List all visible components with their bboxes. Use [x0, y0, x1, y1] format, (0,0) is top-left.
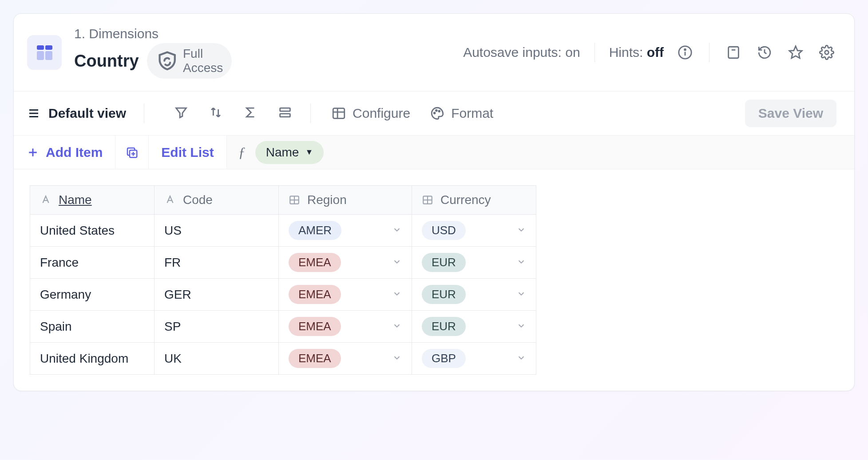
save-view-button[interactable]: Save View: [745, 100, 836, 127]
cell-name[interactable]: Germany: [30, 279, 155, 311]
cell-code[interactable]: GER: [155, 279, 279, 311]
svg-rect-10: [280, 108, 290, 111]
region-pill: EMEA: [289, 285, 341, 304]
formula-bar[interactable]: ƒ Name ▼: [227, 136, 854, 169]
cell-currency[interactable]: USD: [412, 215, 536, 247]
note-icon[interactable]: [724, 43, 743, 62]
titles: 1. Dimensions Country Full Access: [74, 26, 232, 79]
rows-icon[interactable]: [277, 105, 293, 122]
cell-name[interactable]: France: [30, 247, 155, 279]
svg-point-15: [434, 112, 435, 114]
page-title: Country: [74, 52, 139, 71]
chevron-down-icon[interactable]: [392, 224, 402, 238]
currency-pill: EUR: [422, 317, 466, 336]
access-label: Full Access: [183, 47, 223, 75]
cell-code[interactable]: FR: [155, 247, 279, 279]
chevron-down-icon[interactable]: [392, 320, 402, 334]
chevron-down-icon[interactable]: [516, 256, 526, 270]
column-header-region[interactable]: Region: [279, 186, 412, 215]
menu-icon: [27, 107, 40, 120]
header-right: Autosave inputs: on Hints: off: [463, 43, 836, 62]
sigma-icon[interactable]: [243, 105, 258, 122]
table-icon: [331, 106, 346, 121]
filter-icon[interactable]: [174, 105, 189, 122]
cell-code[interactable]: UK: [155, 343, 279, 375]
hints-status[interactable]: Hints: off: [609, 45, 664, 60]
plus-icon: [26, 146, 40, 159]
duplicate-plus-icon: [125, 146, 139, 159]
function-icon: ƒ: [238, 144, 246, 160]
currency-pill: USD: [422, 221, 466, 240]
chevron-down-icon[interactable]: [516, 320, 526, 334]
cell-region[interactable]: AMER: [279, 215, 412, 247]
format-button[interactable]: Format: [430, 106, 493, 121]
table-body: United StatesUSAMERUSDFranceFREMEAEURGer…: [30, 215, 536, 375]
app-icon: [27, 35, 62, 70]
chevron-down-icon[interactable]: [392, 288, 402, 302]
sort-icon[interactable]: [208, 105, 223, 122]
shield-sync-icon: [156, 49, 178, 72]
data-table: NameCodeRegionCurrency United StatesUSAM…: [30, 185, 536, 375]
chevron-down-icon[interactable]: [516, 352, 526, 366]
add-item-button[interactable]: Add Item: [14, 136, 115, 169]
region-pill: EMEA: [289, 349, 341, 368]
cell-name[interactable]: Spain: [30, 311, 155, 343]
table-row: SpainSPEMEAEUR: [30, 311, 536, 343]
column-header-name[interactable]: Name: [30, 186, 155, 215]
divider: [709, 43, 709, 62]
history-icon[interactable]: [755, 43, 774, 62]
svg-point-17: [439, 111, 440, 112]
chevron-down-icon[interactable]: [516, 224, 526, 238]
currency-pill: EUR: [422, 253, 466, 272]
cell-region[interactable]: EMEA: [279, 247, 412, 279]
cell-name[interactable]: United Kingdom: [30, 343, 155, 375]
cell-code[interactable]: US: [155, 215, 279, 247]
cell-currency[interactable]: EUR: [412, 311, 536, 343]
table-header-row: NameCodeRegionCurrency: [30, 186, 536, 215]
cell-currency[interactable]: EUR: [412, 247, 536, 279]
cell-region[interactable]: EMEA: [279, 311, 412, 343]
info-icon[interactable]: [675, 43, 695, 62]
cell-code[interactable]: SP: [155, 311, 279, 343]
column-header-code[interactable]: Code: [155, 186, 279, 215]
cell-region[interactable]: EMEA: [279, 343, 412, 375]
configure-button[interactable]: Configure: [331, 106, 410, 121]
divider: [310, 104, 311, 123]
divider: [144, 104, 144, 123]
chevron-down-icon[interactable]: [392, 352, 402, 366]
main-card: 1. Dimensions Country Full Access Autosa…: [13, 13, 855, 391]
table-row: United StatesUSAMERUSD: [30, 215, 536, 247]
table-wrap: NameCodeRegionCurrency United StatesUSAM…: [14, 169, 854, 391]
cell-currency[interactable]: GBP: [412, 343, 536, 375]
chevron-down-icon[interactable]: [516, 288, 526, 302]
autosave-status[interactable]: Autosave inputs: on: [463, 45, 580, 60]
formula-name-chip[interactable]: Name ▼: [255, 141, 324, 164]
access-badge[interactable]: Full Access: [147, 43, 232, 79]
edit-list-button[interactable]: Edit List: [149, 136, 226, 169]
svg-point-2: [685, 49, 686, 50]
add-duplicate-button[interactable]: [115, 136, 149, 169]
gear-icon[interactable]: [817, 43, 836, 62]
cell-currency[interactable]: EUR: [412, 279, 536, 311]
svg-point-16: [436, 110, 437, 111]
region-pill: EMEA: [289, 253, 341, 272]
chevron-down-icon[interactable]: [392, 256, 402, 270]
divider: [595, 43, 595, 62]
svg-rect-11: [280, 114, 290, 117]
toolbar-icons: [174, 105, 293, 122]
column-header-currency[interactable]: Currency: [412, 186, 536, 215]
grid-icon: [37, 45, 52, 60]
view-selector[interactable]: Default view: [27, 106, 126, 121]
table-row: GermanyGEREMEAEUR: [30, 279, 536, 311]
star-icon[interactable]: [786, 43, 805, 62]
region-pill: AMER: [289, 221, 341, 240]
toolbar-labels: Configure Format: [331, 106, 493, 121]
cell-region[interactable]: EMEA: [279, 279, 412, 311]
actionbar: Add Item Edit List ƒ Name ▼: [14, 136, 854, 169]
cell-name[interactable]: United States: [30, 215, 155, 247]
svg-rect-3: [729, 47, 739, 58]
currency-pill: GBP: [422, 349, 466, 368]
table-row: FranceFREMEAEUR: [30, 247, 536, 279]
breadcrumb: 1. Dimensions: [74, 26, 232, 41]
svg-rect-12: [333, 108, 345, 119]
